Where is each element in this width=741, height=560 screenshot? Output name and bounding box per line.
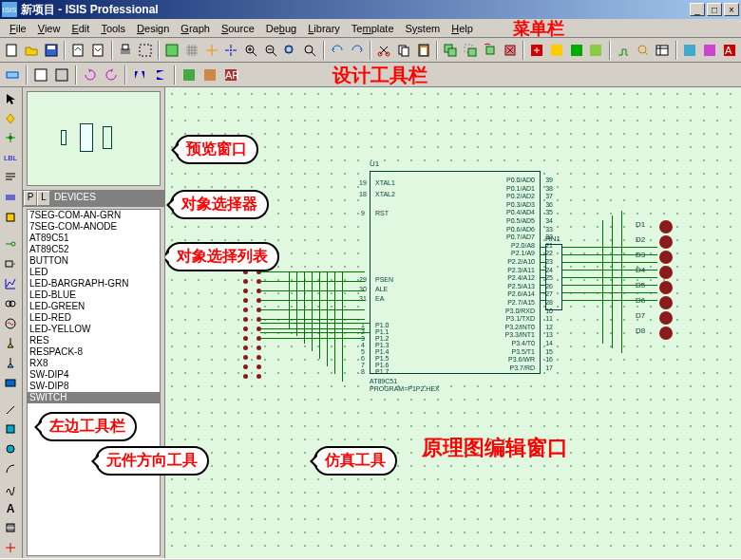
pick-button[interactable]: [527, 40, 547, 61]
menu-graph[interactable]: Graph: [175, 21, 216, 36]
symbol-tool[interactable]: [0, 519, 21, 538]
list-item[interactable]: RES: [28, 335, 160, 346]
preview-window[interactable]: [27, 91, 161, 186]
led-d8[interactable]: [659, 327, 673, 340]
copy-button[interactable]: [394, 40, 414, 61]
list-item[interactable]: AT89C52: [28, 244, 160, 255]
save-button[interactable]: [41, 40, 61, 61]
zoom-area-button[interactable]: [300, 40, 320, 61]
list-item[interactable]: BUTTON: [28, 255, 160, 267]
led-d6[interactable]: [659, 296, 673, 309]
rotate-cw-button[interactable]: [80, 65, 101, 85]
tape-tool[interactable]: [0, 294, 21, 313]
list-item[interactable]: SW-DIP4: [28, 369, 160, 381]
menu-system[interactable]: System: [400, 21, 446, 36]
menu-template[interactable]: Template: [346, 21, 400, 36]
new-button[interactable]: [2, 40, 22, 61]
led-d1[interactable]: [659, 220, 673, 233]
block-rotate-button[interactable]: [480, 40, 500, 61]
marker-tool[interactable]: [0, 538, 21, 557]
rotate-ccw-button[interactable]: [101, 65, 122, 85]
print-button[interactable]: [116, 40, 136, 61]
redo-button[interactable]: [347, 40, 367, 61]
ic-at89c51[interactable]: XTAL1 XTAL2 RST PSEN ALE EA 19 18 9 29 3…: [370, 171, 541, 374]
box-tool[interactable]: [0, 420, 21, 439]
pick-device-button[interactable]: P: [24, 191, 37, 206]
list-item[interactable]: RX8: [28, 358, 160, 369]
selection-tool[interactable]: [0, 89, 21, 108]
list-item[interactable]: SWITCH: [28, 392, 160, 403]
origin-button[interactable]: [201, 40, 221, 61]
probe-i-tool[interactable]: [0, 353, 21, 372]
arc-tool[interactable]: [0, 459, 21, 478]
block-move-button[interactable]: [461, 40, 481, 61]
list-item[interactable]: LED-GREEN: [28, 301, 160, 312]
menu-source[interactable]: Source: [216, 21, 260, 36]
text-tool[interactable]: [0, 168, 21, 187]
erc-button[interactable]: [680, 40, 700, 61]
generator-tool[interactable]: [0, 314, 21, 333]
edit-component-button[interactable]: [2, 65, 23, 85]
menu-debug[interactable]: Debug: [260, 21, 302, 36]
bus-tool[interactable]: [0, 188, 21, 207]
minimize-button[interactable]: _: [690, 3, 705, 16]
block-copy-button[interactable]: [441, 40, 461, 61]
list-item[interactable]: RESPACK-8: [28, 346, 160, 358]
menu-tools[interactable]: Tools: [95, 21, 131, 36]
menu-design[interactable]: Design: [131, 21, 175, 36]
menu-library[interactable]: Library: [302, 21, 346, 36]
close-button[interactable]: ×: [724, 3, 739, 16]
undo-button[interactable]: [328, 40, 348, 61]
x-mirror-button[interactable]: [129, 65, 150, 85]
netlist-button[interactable]: [700, 40, 720, 61]
grid-button[interactable]: [182, 40, 202, 61]
label-tool[interactable]: LBL: [0, 148, 21, 167]
menu-help[interactable]: Help: [446, 21, 479, 36]
zoom-all-button[interactable]: [280, 40, 300, 61]
list-item[interactable]: LED: [28, 267, 160, 278]
list-item[interactable]: LED-BARGRAPH-GRN: [28, 278, 160, 289]
zoom-in-button[interactable]: [241, 40, 261, 61]
library-button[interactable]: L: [37, 191, 50, 206]
cut-button[interactable]: [374, 40, 394, 61]
subcircuit-tool[interactable]: [0, 208, 21, 227]
library-manager-button[interactable]: [179, 65, 200, 85]
search-button[interactable]: [633, 40, 653, 61]
source-button[interactable]: [200, 65, 220, 85]
path-tool[interactable]: [0, 479, 21, 498]
toggle-grid-button[interactable]: [30, 65, 51, 85]
paste-button[interactable]: [413, 40, 433, 61]
pin-tool[interactable]: [0, 254, 21, 273]
probe-v-tool[interactable]: [0, 333, 21, 352]
list-item[interactable]: 7SEG-COM-AN-GRN: [28, 210, 160, 221]
zoom-out-button[interactable]: [260, 40, 280, 61]
text-2d-tool[interactable]: A: [0, 499, 21, 518]
led-d2[interactable]: [659, 235, 673, 249]
terminal-tool[interactable]: [0, 235, 21, 254]
graph-tool[interactable]: [0, 274, 21, 293]
import-button[interactable]: [68, 40, 88, 61]
circle-tool[interactable]: [0, 439, 21, 458]
menu-view[interactable]: View: [32, 21, 66, 36]
list-item[interactable]: LED-BLUE: [28, 289, 160, 301]
maximize-button[interactable]: □: [707, 3, 722, 16]
open-button[interactable]: [22, 40, 42, 61]
area-button[interactable]: [135, 40, 155, 61]
instrument-tool[interactable]: [0, 373, 21, 392]
list-item[interactable]: SW-DIP8: [28, 381, 160, 392]
y-mirror-button[interactable]: [150, 65, 171, 85]
led-d3[interactable]: [659, 251, 673, 264]
component-tool[interactable]: [0, 109, 21, 128]
refresh-button[interactable]: [162, 40, 182, 61]
line-tool[interactable]: [0, 401, 21, 420]
rn1-component[interactable]: [545, 244, 562, 310]
ares-button[interactable]: A: [719, 40, 739, 61]
led-d5[interactable]: [659, 281, 673, 294]
junction-tool[interactable]: [0, 129, 21, 148]
schematic-canvas[interactable]: 预览窗口 对象选择器 对象选择列表 原理图编辑窗口 U1 XTAL1 XTAL2…: [165, 87, 741, 558]
led-d7[interactable]: [659, 311, 673, 325]
wire-auto-button[interactable]: [614, 40, 634, 61]
property-button[interactable]: [653, 40, 673, 61]
make-button[interactable]: [547, 40, 567, 61]
menu-file[interactable]: File: [4, 21, 32, 36]
